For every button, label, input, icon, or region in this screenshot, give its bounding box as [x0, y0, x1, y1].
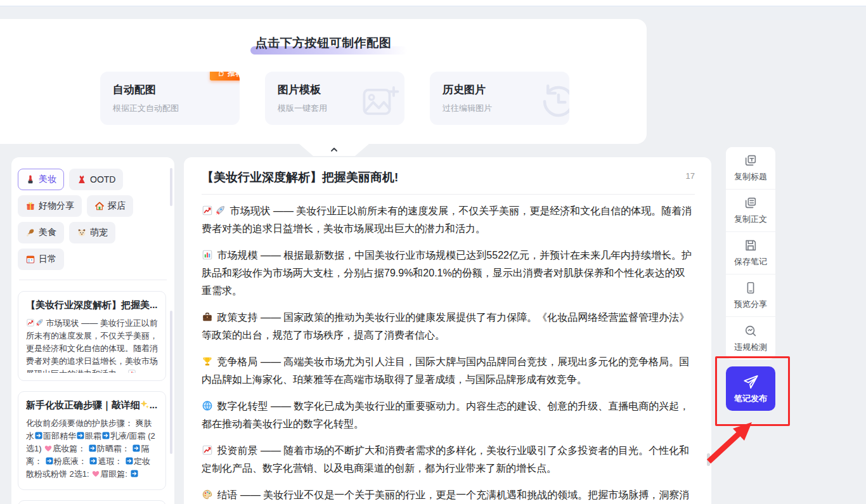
- tag-goods-share[interactable]: 好物分享: [18, 195, 82, 217]
- arrow-right-icon: [130, 469, 139, 478]
- chart-increasing-icon: [26, 318, 35, 327]
- rocket-icon: [214, 205, 226, 216]
- copy-body-icon: [744, 196, 758, 210]
- history-image-card[interactable]: 历史图片 过往编辑图片: [430, 72, 569, 125]
- tag-label: 美妆: [39, 174, 56, 185]
- tag-label: OOTD: [90, 174, 115, 184]
- arrow-right-icon: [34, 431, 43, 440]
- note-list-item[interactable]: 新手化妆正确步骤｜敲详细... 化妆前必须要做的护肤步骤： 爽肤水面部精华眼霜乳…: [18, 391, 166, 490]
- tag-label: 日常: [39, 254, 56, 265]
- category-tags: 美妆 OOTD 好物分享 探店 美食 萌宠 日常: [11, 157, 174, 270]
- chevron-up-icon: [329, 145, 339, 155]
- card-title: 自动配图: [113, 82, 240, 97]
- violation-check-icon: [744, 324, 758, 338]
- action-label: 违规检测: [734, 342, 767, 353]
- dog-icon: [77, 228, 87, 238]
- tag-food[interactable]: 美食: [18, 222, 64, 243]
- arrow-right-icon: [45, 456, 54, 465]
- tag-label: 美食: [39, 227, 56, 238]
- tag-label: 萌宠: [90, 227, 108, 238]
- arrow-right-icon: [132, 444, 141, 453]
- note-preview: 化妆前必须要做的护肤步骤： 爽肤水面部精华眼霜乳液/面霜 (2选1) 底妆篇： …: [26, 417, 158, 482]
- arrow-right-icon: [125, 456, 134, 465]
- copy-title-icon: [744, 153, 758, 167]
- action-label: 预览分享: [734, 299, 767, 310]
- note-list-item[interactable]: 古代美妆秘籍：化妆步骤一网... 嘿，姑娘们！你们有没有想过古代女: [18, 500, 166, 504]
- action-label: 复制正文: [734, 214, 767, 225]
- arrow-right-icon: [101, 431, 110, 440]
- heart-icon: [44, 444, 53, 453]
- action-label: 复制标题: [734, 171, 767, 183]
- article-title[interactable]: 【美妆行业深度解析】把握美丽商机!: [202, 169, 398, 186]
- tag-store-visit[interactable]: 探店: [87, 195, 133, 217]
- article-paragraph: 结语 —— 美妆行业不仅是一个关于美丽的行业，更是一个充满机遇和挑战的领域。把握…: [202, 486, 695, 504]
- arrow-right-icon: [88, 444, 97, 453]
- card-subtitle: 过往编辑图片: [443, 103, 569, 114]
- article-paragraph: 政策支持 —— 国家政策的推动为美妆行业的健康发展提供了有力保障。《化妆品网络经…: [202, 309, 695, 344]
- tag-beauty[interactable]: 美妆: [18, 169, 64, 190]
- auto-image-card[interactable]: 推荐 自动配图 根据正文自动配图: [100, 72, 240, 125]
- note-title: 【美妆行业深度解析】把握美...: [26, 299, 158, 311]
- violation-check-button[interactable]: 违规检测: [726, 317, 775, 359]
- briefcase-icon: [202, 311, 213, 323]
- tag-label: 探店: [108, 200, 126, 212]
- rocket-icon: [35, 318, 44, 327]
- card-title: 图片模板: [278, 82, 404, 97]
- bar-chart-icon: [202, 249, 213, 261]
- note-title: 新手化妆正确步骤｜敲详细...: [26, 399, 158, 411]
- note-action-toolbar: 复制标题 复制正文 保存笔记 预览分享 违规检测: [726, 147, 775, 359]
- title-char-count: 17: [686, 171, 695, 181]
- note-editor-panel: 【美妆行业深度解析】把握美丽商机! 17 市场现状 —— 美妆行业正以前所未有的…: [184, 157, 711, 504]
- image-template-card[interactable]: 图片模板 模版一键套用: [265, 72, 404, 125]
- chart-increasing-icon: [202, 205, 213, 216]
- arrow-right-icon: [89, 456, 98, 465]
- globe-icon: [202, 400, 213, 411]
- panel-heading: 点击下方按钮可制作配图: [255, 35, 392, 51]
- tag-pet[interactable]: 萌宠: [69, 222, 115, 243]
- title-divider: [202, 194, 695, 195]
- image-maker-panel: 点击下方按钮可制作配图 推荐 自动配图 根据正文自动配图 图片模板 模版一键套用…: [0, 19, 647, 144]
- palette-icon: [202, 489, 213, 500]
- phone-preview-icon: [744, 281, 758, 295]
- bar-chart-icon: [127, 369, 136, 373]
- house-icon: [94, 201, 105, 211]
- publish-note-button[interactable]: 笔记发布: [726, 366, 775, 411]
- tag-daily[interactable]: 日常: [18, 249, 64, 270]
- image-maker-cards: 推荐 自动配图 根据正文自动配图 图片模板 模版一键套用 历史图片 过往编辑图片: [100, 72, 569, 125]
- article-paragraph: 市场现状 —— 美妆行业正以前所未有的速度发展，不仅关乎美丽，更是经济和文化自信…: [202, 202, 695, 238]
- tag-label: 好物分享: [39, 200, 74, 212]
- dress-icon: [77, 174, 87, 184]
- tag-ootd[interactable]: OOTD: [69, 169, 123, 190]
- paper-plane-icon: [742, 373, 759, 391]
- article-paragraph: 数字化转型 —— 数字化已成为美妆行业的重要驱动力。内容生态的建设、创意的升级、…: [202, 397, 695, 433]
- thumbs-up-icon: [217, 72, 225, 77]
- publish-label: 笔记发布: [734, 393, 767, 404]
- note-preview: 市场现状 —— 美妆行业正以前所未有的速度发展，不仅关乎美丽，更是经济和文化自信…: [26, 317, 158, 373]
- recommend-badge-label: 推荐: [228, 72, 240, 79]
- gift-icon: [25, 201, 36, 211]
- card-title: 历史图片: [443, 82, 569, 97]
- collapse-panel-button[interactable]: [299, 144, 369, 156]
- scrollbar-thumb[interactable]: [170, 168, 172, 206]
- note-list-item[interactable]: 【美妆行业深度解析】把握美... 市场现状 —— 美妆行业正以前所未有的速度发展…: [18, 291, 166, 381]
- article-body[interactable]: 市场现状 —— 美妆行业正以前所未有的速度发展，不仅关乎美丽，更是经济和文化自信…: [202, 202, 695, 504]
- chart-increasing-icon: [202, 444, 213, 456]
- browser-top-strip: [0, 0, 866, 6]
- note-list: 【美妆行业深度解析】把握美... 市场现状 —— 美妆行业正以前所未有的速度发展…: [11, 280, 174, 504]
- save-icon: [744, 238, 758, 252]
- copy-body-button[interactable]: 复制正文: [726, 190, 775, 232]
- scrollbar-thumb[interactable]: [707, 453, 710, 466]
- preview-share-button[interactable]: 预览分享: [726, 275, 775, 317]
- copy-title-button[interactable]: 复制标题: [726, 147, 775, 190]
- drumstick-icon: [25, 228, 36, 238]
- calendar-icon: [25, 254, 36, 264]
- scrollbar-thumb[interactable]: [170, 311, 172, 454]
- article-paragraph: 竞争格局 —— 高端美妆市场尤为引人注目，国际大牌与国内品牌同台竞技，展现出多元…: [202, 353, 695, 389]
- heart-icon: [91, 469, 100, 478]
- save-note-button[interactable]: 保存笔记: [726, 232, 775, 275]
- article-paragraph: 投资前景 —— 随着市场的不断扩大和消费者需求的多样化，美妆行业吸引了众多投资者…: [202, 442, 695, 477]
- trophy-icon: [202, 356, 213, 367]
- page-top-band: [0, 6, 866, 20]
- card-subtitle: 根据正文自动配图: [113, 103, 240, 114]
- article-paragraph: 市场规模 —— 根据最新数据，中国美妆行业市场规模已达到5522亿元，并预计在未…: [202, 247, 695, 300]
